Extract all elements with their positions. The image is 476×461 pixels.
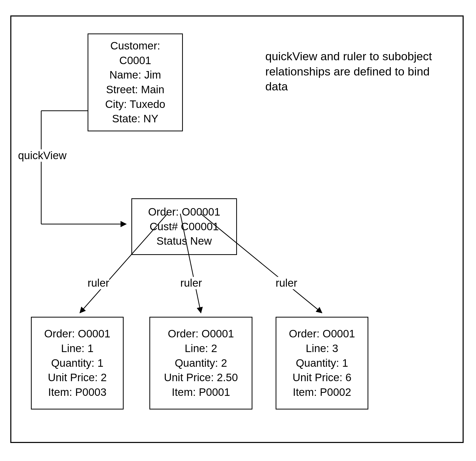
ruler-label-1: ruler <box>88 277 109 289</box>
line3-order: Order: O0001 <box>278 327 366 341</box>
order-node: Order: O00001 Cust# C00001 Status New <box>131 198 237 255</box>
line1-quantity: Quantity: 1 <box>34 356 121 371</box>
customer-state: State: NY <box>90 112 180 126</box>
line1-order: Order: O0001 <box>34 327 121 341</box>
customer-id-value: C0001 <box>90 53 180 68</box>
quickview-label: quickView <box>18 149 66 162</box>
diagram-page: Customer: C0001 Name: Jim Street: Main C… <box>0 0 476 461</box>
line2-item: Item: P0001 <box>152 385 250 400</box>
ruler-label-3: ruler <box>276 277 297 289</box>
line2-line: Line: 2 <box>152 341 250 356</box>
line1-price: Unit Price: 2 <box>34 370 121 385</box>
order-line-3-node: Order: O0001 Line: 3 Quantity: 1 Unit Pr… <box>276 317 368 409</box>
line3-price: Unit Price: 6 <box>278 370 366 385</box>
line2-quantity: Quantity: 2 <box>152 356 250 371</box>
ruler-label-2: ruler <box>180 277 202 289</box>
line3-item: Item: P0002 <box>278 385 366 400</box>
order-id: Order: O00001 <box>134 205 234 219</box>
order-cust: Cust# C00001 <box>134 219 234 234</box>
customer-node: Customer: C0001 Name: Jim Street: Main C… <box>88 33 183 131</box>
line3-line: Line: 3 <box>278 341 366 356</box>
order-status: Status New <box>134 234 234 249</box>
order-line-1-node: Order: O0001 Line: 1 Quantity: 1 Unit Pr… <box>31 317 124 409</box>
line1-item: Item: P0003 <box>34 385 121 400</box>
line3-quantity: Quantity: 1 <box>278 356 366 371</box>
customer-city: City: Tuxedo <box>90 97 180 112</box>
customer-id-label: Customer: <box>90 39 180 53</box>
line2-order: Order: O0001 <box>152 327 250 341</box>
order-line-2-node: Order: O0001 Line: 2 Quantity: 2 Unit Pr… <box>149 317 252 409</box>
line1-line: Line: 1 <box>34 341 121 356</box>
line2-price: Unit Price: 2.50 <box>152 370 250 385</box>
customer-street: Street: Main <box>90 82 180 97</box>
diagram-caption: quickView and ruler to subobject relatio… <box>265 49 435 94</box>
customer-name: Name: Jim <box>90 68 180 82</box>
